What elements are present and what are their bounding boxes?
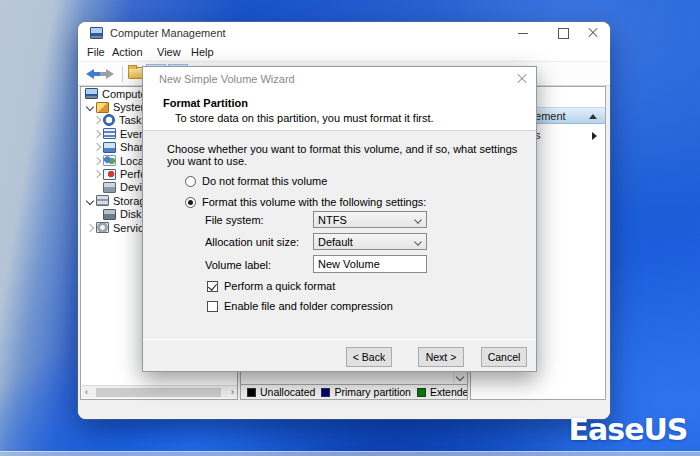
compression-checkbox[interactable]: Enable file and folder compression [207,300,393,312]
wizard-header: Format Partition To store data on this p… [143,91,536,131]
divider [143,339,536,340]
chevron-right-icon[interactable] [92,156,102,166]
partition-legend: Unallocated Primary partition Extended p… [241,384,467,399]
task-scheduler-icon [103,114,115,126]
title-bar[interactable]: Computer Management [78,22,610,44]
radio-do-not-format[interactable]: Do not format this volume [185,175,327,187]
legend-label: Primary partition [334,386,410,398]
window-title: Computer Management [110,27,226,39]
computer-icon [85,88,98,99]
checkbox-unchecked-icon[interactable] [207,301,218,312]
minimize-button[interactable] [516,26,530,40]
disk-management-icon [103,209,116,220]
legend-label: Extended partition [430,386,467,398]
new-simple-volume-wizard-dialog: New Simple Volume Wizard Format Partitio… [142,66,537,372]
radio-selected-icon[interactable] [185,197,196,208]
maximize-button[interactable] [556,26,570,40]
radio-icon[interactable] [185,176,196,187]
chevron-down-icon[interactable] [85,196,95,206]
dialog-title-bar[interactable]: New Simple Volume Wizard [143,67,536,91]
chevron-right-icon[interactable] [92,142,102,152]
primary-partition-swatch [321,388,330,397]
collapse-icon[interactable] [589,114,597,119]
event-viewer-icon [103,128,116,139]
close-button[interactable] [586,26,600,40]
performance-icon [103,169,116,180]
scrollbar-thumb[interactable] [96,388,221,397]
checkbox-checked-icon[interactable] [207,281,218,292]
shared-folders-icon [103,142,116,153]
menu-file[interactable]: File [87,46,105,58]
device-manager-icon [103,182,116,193]
radio-format-volume[interactable]: Format this volume with the following se… [185,196,426,208]
horizontal-scrollbar[interactable]: ‹ › [82,385,237,398]
wizard-subheading: To store data on this partition, you mus… [175,112,434,124]
chevron-right-icon[interactable] [92,169,102,179]
back-icon[interactable] [86,69,94,79]
chevron-right-icon[interactable] [92,115,102,125]
chevron-down-icon [414,238,422,246]
computer-management-icon [90,27,103,39]
chevron-right-icon[interactable] [85,223,95,233]
wizard-heading: Format Partition [163,97,248,109]
wizard-intro-text: Choose whether you want to format this v… [167,143,527,167]
dialog-title: New Simple Volume Wizard [159,73,295,85]
scroll-left-icon[interactable]: ‹ [85,389,88,396]
services-icon [96,222,109,233]
menu-help[interactable]: Help [191,46,214,58]
cancel-button[interactable]: Cancel [481,347,527,367]
legend-label: Unallocated [260,386,315,398]
extended-partition-swatch [417,388,426,397]
open-folder-icon[interactable] [128,67,143,79]
file-system-select[interactable]: NTFS [313,211,427,228]
quick-format-checkbox[interactable]: Perform a quick format [207,280,335,292]
chevron-right-icon[interactable] [92,129,102,139]
allocation-unit-select[interactable]: Default [313,233,427,250]
chevron-down-icon[interactable] [85,102,95,112]
scroll-down-icon[interactable] [455,373,465,383]
menu-action[interactable]: Action [112,46,143,58]
toolbar-separator [122,66,123,82]
allocation-unit-label: Allocation unit size: [205,236,299,248]
back-button[interactable]: < Back [346,347,392,367]
expand-icon [592,132,597,140]
volume-label-label: Volume label: [205,259,271,271]
chevron-down-icon [414,216,422,224]
menu-bar: File Action View Help [78,44,610,61]
storage-icon [96,195,109,206]
local-users-icon [103,155,116,166]
unallocated-swatch [247,388,256,397]
menu-view[interactable]: View [157,46,181,58]
scroll-right-icon[interactable]: › [231,389,234,396]
file-system-label: File system: [205,214,264,226]
easeus-logo: EaseUS [556,406,700,452]
system-tools-icon [96,102,109,113]
forward-icon[interactable] [106,69,114,79]
close-icon[interactable] [516,73,528,85]
volume-label-input[interactable] [313,255,427,273]
next-button[interactable]: Next > [418,347,464,367]
